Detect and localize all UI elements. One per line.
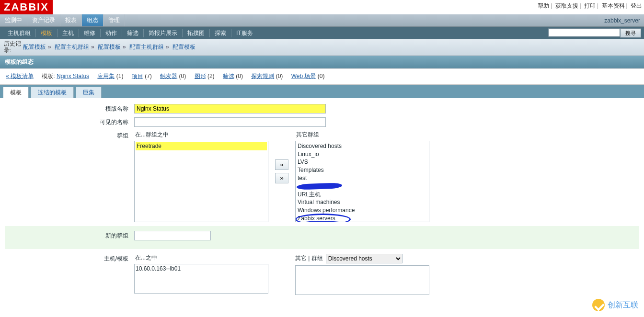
logout-link[interactable]: 登出	[631, 2, 642, 9]
main-nav: 监测中 资产记录 报表 组态 管理 zabbix_server	[0, 14, 644, 27]
visible-name-label: 可见的名称	[5, 117, 134, 126]
check-icon	[592, 299, 605, 305]
move-right-button[interactable]: »	[275, 173, 288, 183]
tab-template[interactable]: 模板	[3, 87, 29, 98]
move-left-button[interactable]: «	[275, 159, 288, 170]
items-link[interactable]: 项目	[132, 73, 143, 79]
subnav-slides[interactable]: 简报片展示	[144, 29, 183, 37]
support-link[interactable]: 获取支援	[555, 2, 578, 9]
list-item[interactable]: URL主机	[297, 191, 428, 199]
print-link[interactable]: 打印	[584, 2, 596, 9]
history-label: 历史记录:	[4, 40, 23, 54]
hosts-other-listbox[interactable]	[295, 265, 429, 295]
nav-configuration[interactable]: 组态	[82, 14, 104, 26]
history-bar: 历史记录: 配置模板» 配置主机群组» 配置模板» 配置主机群组» 配置模板	[0, 39, 644, 56]
zabbix-logo: ZABBIX	[0, 0, 53, 14]
triggers-link[interactable]: 触发器	[160, 73, 177, 79]
crumb-0[interactable]: 配置模板	[23, 44, 46, 50]
nav-inventory[interactable]: 资产记录	[27, 14, 60, 26]
watermark: 创新互联	[592, 299, 638, 305]
subnav-hostgroups[interactable]: 主机群组	[3, 29, 36, 37]
hosts-in-listbox[interactable]: 10.60.0.163--lb01	[134, 264, 268, 294]
subnav-maintenance[interactable]: 维修	[79, 29, 101, 37]
other-group-select[interactable]: Discovered hosts	[326, 254, 402, 263]
crumb-1[interactable]: 配置主机群组	[55, 44, 89, 50]
info-bar: « 模板清单 模版: Nginx Status 应用集 (1) 项目 (7) 触…	[0, 68, 644, 85]
list-item-redacted[interactable]: (redacted)	[297, 182, 428, 191]
subnav-actions[interactable]: 动作	[101, 29, 122, 37]
graphs-link[interactable]: 图形	[195, 73, 206, 79]
new-group-label: 新的群组	[5, 231, 134, 240]
other-select-label: 其它 | 群组	[295, 254, 323, 262]
watermark-text: 创新互联	[608, 300, 638, 305]
new-group-input[interactable]	[134, 231, 211, 240]
subnav-templates[interactable]: 模板	[36, 29, 58, 37]
visible-name-input[interactable]	[134, 117, 326, 127]
subnav-hosts[interactable]: 主机	[58, 29, 79, 37]
in-groups-listbox[interactable]: Freetrade	[134, 141, 268, 222]
list-item[interactable]: 10.60.0.163--lb01	[136, 265, 267, 272]
nav-reports[interactable]: 报表	[60, 14, 82, 26]
list-item[interactable]: Freetrade	[136, 142, 267, 150]
template-label: 模版:	[42, 73, 55, 79]
list-item[interactable]: LVS	[297, 158, 428, 166]
discovery-link[interactable]: 探索规则	[251, 73, 274, 79]
subnav-screens[interactable]: 筛选	[122, 29, 144, 37]
help-link[interactable]: 帮助	[538, 2, 549, 9]
nav-administration[interactable]: 管理	[104, 14, 125, 26]
list-item[interactable]: Templates	[297, 166, 428, 174]
section-header: 模板的组态	[0, 56, 644, 68]
sub-nav: 主机群组 模板 主机 维修 动作 筛选 简报片展示 拓撲图 探索 IT服务 搜寻	[0, 27, 644, 39]
search-input[interactable]	[548, 28, 620, 37]
template-name-link[interactable]: Nginx Status	[57, 73, 89, 79]
in-label: 在...之中	[134, 254, 268, 262]
subnav-itservices[interactable]: IT服务	[231, 29, 258, 37]
other-groups-label: 其它群组	[295, 131, 429, 139]
other-groups-listbox[interactable]: Discovered hosts Linux_io LVS Templates …	[295, 141, 429, 222]
web-link[interactable]: Web 场景	[291, 73, 316, 79]
list-item[interactable]: Discovered hosts	[297, 142, 428, 150]
list-item[interactable]: Virtual machines	[297, 198, 428, 206]
screens-link[interactable]: 筛选	[223, 73, 234, 79]
list-item[interactable]: Linux_io	[297, 150, 428, 158]
subnav-maps[interactable]: 拓撲图	[183, 29, 210, 37]
form-area: 模版名称 可见的名称 群组 在...群组之中 Freetrade « » 其它群…	[0, 98, 644, 305]
host-template-label: 主机/模板	[5, 254, 134, 263]
tab-linked[interactable]: 连结的模板	[31, 87, 74, 98]
top-links: 帮助| 获取支援| 打印| 基本资料| 登出	[538, 0, 644, 10]
crumb-3[interactable]: 配置主机群组	[129, 44, 164, 50]
template-name-input[interactable]	[134, 104, 326, 113]
breadcrumb: 配置模板» 配置主机群组» 配置模板» 配置主机群组» 配置模板	[23, 43, 196, 51]
subnav-discovery[interactable]: 探索	[210, 29, 231, 37]
profile-link[interactable]: 基本资料	[602, 2, 625, 9]
tabs-bar: 模板 连结的模板 巨集	[0, 85, 644, 98]
crumb-2[interactable]: 配置模板	[98, 44, 121, 50]
groups-label: 群组	[5, 131, 134, 140]
crumb-4[interactable]: 配置模板	[172, 44, 196, 50]
app-link[interactable]: 应用集	[97, 73, 115, 79]
list-item[interactable]: test	[297, 174, 428, 182]
back-to-list[interactable]: « 模板清单	[6, 73, 34, 79]
tab-macros[interactable]: 巨集	[76, 87, 102, 98]
search-button[interactable]: 搜寻	[620, 28, 641, 38]
name-label: 模版名称	[5, 104, 134, 113]
nav-monitoring[interactable]: 监测中	[0, 14, 27, 26]
server-label: zabbix_server	[604, 17, 644, 24]
in-groups-label: 在...群组之中	[134, 131, 268, 139]
